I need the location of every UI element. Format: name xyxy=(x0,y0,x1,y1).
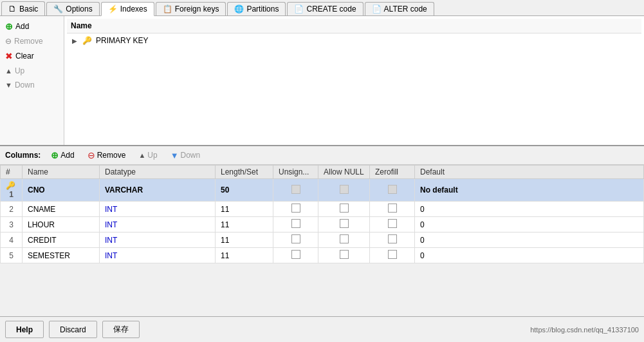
tab-create-code-label: CREATE code xyxy=(306,5,356,14)
unsigned-checkbox[interactable] xyxy=(291,250,300,259)
key-icon: 🔑 xyxy=(82,36,92,45)
cell-zerofill[interactable] xyxy=(370,233,415,248)
tab-foreign-keys[interactable]: 📋 Foreign keys xyxy=(156,2,226,15)
columns-label: Columns: xyxy=(5,151,41,160)
cell-unsigned[interactable] xyxy=(273,233,318,248)
header-datatype: Datatype xyxy=(100,166,216,179)
remove-index-button[interactable]: ⊖ Remove xyxy=(3,35,61,47)
cell-num: 5 xyxy=(1,248,23,263)
remove-label: Remove xyxy=(14,37,43,46)
cell-zerofill[interactable] xyxy=(370,217,415,233)
cell-default: 0 xyxy=(415,217,644,233)
tab-alter-code[interactable]: 📄 ALTER code xyxy=(365,2,434,15)
add-index-button[interactable]: ⊕ Add xyxy=(3,20,61,33)
tab-indexes[interactable]: ⚡ Indexes xyxy=(101,2,154,16)
indexes-tab-icon: ⚡ xyxy=(108,5,118,14)
add-label: Add xyxy=(15,22,29,31)
header-default: Default xyxy=(415,166,644,179)
cell-num: 2 xyxy=(1,202,23,217)
cell-length: 11 xyxy=(216,233,273,248)
clear-index-button[interactable]: ✖ Clear xyxy=(3,50,61,62)
index-editor: ⊕ Add ⊖ Remove ✖ Clear ▲ Up ▼ Down Name … xyxy=(0,16,644,145)
tab-basic-label: Basic xyxy=(19,5,38,14)
cell-length: 50 xyxy=(216,179,273,202)
cell-unsigned[interactable] xyxy=(273,217,318,233)
allow-null-checkbox[interactable] xyxy=(340,250,349,259)
cell-length: 11 xyxy=(216,217,273,233)
add-col-label: Add xyxy=(60,151,74,160)
cell-allow-null[interactable] xyxy=(318,202,370,217)
unsigned-checkbox[interactable] xyxy=(291,204,300,213)
down-column-button[interactable]: ▼ Down xyxy=(168,149,203,162)
cell-name: CNO xyxy=(23,179,100,202)
cell-num: 🔑1 xyxy=(1,179,23,202)
header-allow-null: Allow NULL xyxy=(318,166,370,179)
key-row-icon: 🔑 xyxy=(6,181,15,190)
index-item-primary[interactable]: ▶ 🔑 PRIMARY KEY xyxy=(67,33,641,48)
index-list: Name ▶ 🔑 PRIMARY KEY xyxy=(64,16,644,145)
allow-null-checkbox[interactable] xyxy=(340,234,349,243)
remove-col-label: Remove xyxy=(97,151,126,160)
cell-allow-null[interactable] xyxy=(318,179,370,202)
remove-icon: ⊖ xyxy=(5,37,12,46)
up-index-button[interactable]: ▲ Up xyxy=(3,65,61,77)
zerofill-checkbox[interactable] xyxy=(388,219,397,228)
cell-allow-null[interactable] xyxy=(318,233,370,248)
columns-table-container: # Name Datatype Length/Set Unsign... All… xyxy=(0,165,644,316)
help-button[interactable]: Help xyxy=(5,321,44,338)
allow-null-checkbox[interactable] xyxy=(340,185,349,194)
table-row[interactable]: 2CNAMEINT110 xyxy=(1,202,644,217)
tab-basic[interactable]: 🗋 Basic xyxy=(1,1,45,15)
tab-create-code[interactable]: 📄 CREATE code xyxy=(287,2,363,15)
footer-buttons: Help Discard 保存 xyxy=(5,321,140,338)
up-label: Up xyxy=(15,66,24,75)
up-icon: ▲ xyxy=(5,67,12,75)
table-row[interactable]: 4CREDITINT110 xyxy=(1,233,644,248)
index-list-header: Name xyxy=(67,19,641,33)
add-col-icon: ⊕ xyxy=(51,150,59,160)
name-column-header: Name xyxy=(71,21,92,30)
table-row[interactable]: 3LHOURINT110 xyxy=(1,217,644,233)
unsigned-checkbox[interactable] xyxy=(291,185,300,194)
cell-num: 4 xyxy=(1,233,23,248)
remove-column-button[interactable]: ⊖ Remove xyxy=(85,149,129,162)
table-row[interactable]: 🔑1CNOVARCHAR50No default xyxy=(1,179,644,202)
unsigned-checkbox[interactable] xyxy=(291,219,300,228)
header-length: Length/Set xyxy=(216,166,273,179)
zerofill-checkbox[interactable] xyxy=(388,185,397,194)
zerofill-checkbox[interactable] xyxy=(388,204,397,213)
up-column-button[interactable]: ▲ Up xyxy=(136,149,160,161)
table-row[interactable]: 5SEMESTERINT110 xyxy=(1,248,644,263)
cell-allow-null[interactable] xyxy=(318,248,370,263)
up-col-label: Up xyxy=(147,151,157,160)
allow-null-checkbox[interactable] xyxy=(340,204,349,213)
cell-length: 11 xyxy=(216,248,273,263)
zerofill-checkbox[interactable] xyxy=(388,250,397,259)
add-column-button[interactable]: ⊕ Add xyxy=(48,149,77,162)
columns-table: # Name Datatype Length/Set Unsign... All… xyxy=(0,165,644,263)
columns-toolbar: Columns: ⊕ Add ⊖ Remove ▲ Up ▼ Down xyxy=(0,146,644,165)
alter-code-tab-icon: 📄 xyxy=(372,5,382,14)
cell-zerofill[interactable] xyxy=(370,248,415,263)
tab-partitions[interactable]: 🌐 Partitions xyxy=(227,2,286,15)
index-item-name: PRIMARY KEY xyxy=(96,36,149,45)
zerofill-checkbox[interactable] xyxy=(388,234,397,243)
down-index-button[interactable]: ▼ Down xyxy=(3,79,61,91)
cell-zerofill[interactable] xyxy=(370,202,415,217)
allow-null-checkbox[interactable] xyxy=(340,219,349,228)
cell-unsigned[interactable] xyxy=(273,179,318,202)
cell-unsigned[interactable] xyxy=(273,202,318,217)
unsigned-checkbox[interactable] xyxy=(291,234,300,243)
cell-allow-null[interactable] xyxy=(318,217,370,233)
cell-datatype: INT xyxy=(100,202,216,217)
save-button[interactable]: 保存 xyxy=(102,321,140,338)
cell-datatype: INT xyxy=(100,217,216,233)
clear-label: Clear xyxy=(15,52,34,61)
cell-unsigned[interactable] xyxy=(273,248,318,263)
down-col-icon: ▼ xyxy=(170,151,179,160)
discard-button[interactable]: Discard xyxy=(49,321,97,338)
cell-zerofill[interactable] xyxy=(370,179,415,202)
up-col-icon: ▲ xyxy=(138,151,145,159)
tab-options[interactable]: 🔧 Options xyxy=(46,2,99,15)
tab-alter-code-label: ALTER code xyxy=(384,5,427,14)
